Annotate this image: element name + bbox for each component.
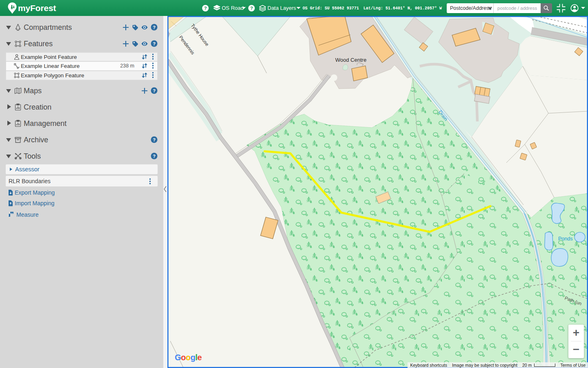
svg-text:?: ? <box>204 6 207 11</box>
svg-text:Ponds: Ponds <box>558 236 572 242</box>
svg-text:?: ? <box>250 6 253 11</box>
svg-text:Wood Centre: Wood Centre <box>335 57 366 63</box>
